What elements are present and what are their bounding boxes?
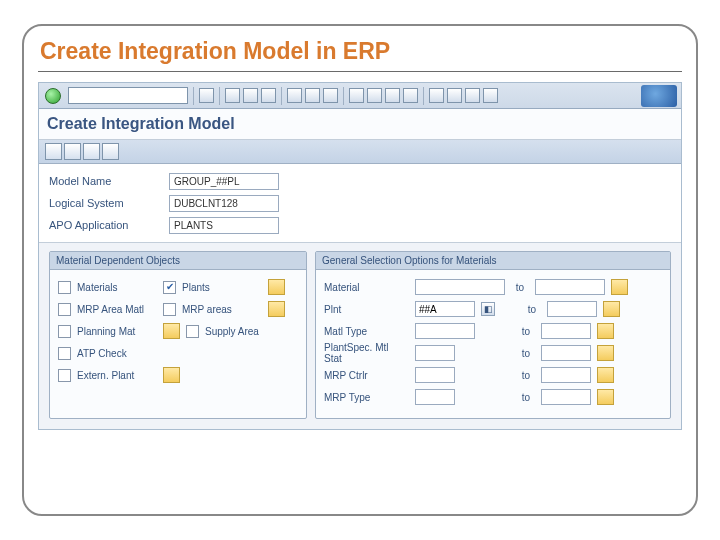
mdo-row: MRP Area Matl MRP areas	[58, 298, 298, 320]
checkbox-label: Supply Area	[205, 326, 285, 337]
input-matltype-from[interactable]	[415, 323, 475, 339]
to-label: to	[523, 304, 541, 315]
variant-get-icon[interactable]	[64, 143, 81, 160]
first-page-icon[interactable]	[349, 88, 364, 103]
header-fields: Model Name Logical System APO Applicatio…	[39, 164, 681, 243]
mdo-body: Materials Plants MRP Area Matl MRP areas	[50, 270, 306, 392]
gso-label: MRP Ctrlr	[324, 370, 409, 381]
prev-page-icon[interactable]	[367, 88, 382, 103]
slide-title: Create Integration Model in ERP	[24, 26, 696, 67]
multiple-selection-icon[interactable]	[597, 389, 614, 405]
input-mrpctrlr-from[interactable]	[415, 367, 455, 383]
input-apo-application[interactable]	[169, 217, 279, 234]
groupbox-title: Material Dependent Objects	[50, 252, 306, 270]
checkbox-extern-plant[interactable]	[58, 369, 71, 382]
multiple-selection-icon[interactable]	[597, 323, 614, 339]
checkbox-label: Planning Mat	[77, 326, 157, 337]
checkbox-planning-mat[interactable]	[58, 325, 71, 338]
title-underline	[38, 71, 682, 72]
shortcut-icon[interactable]	[447, 88, 462, 103]
toolbar-separator	[193, 87, 194, 105]
groupbox-general-selection-options: General Selection Options for Materials …	[315, 251, 671, 419]
checkbox-atp-check[interactable]	[58, 347, 71, 360]
print-icon[interactable]	[287, 88, 302, 103]
execute-icon[interactable]	[45, 143, 62, 160]
to-label: to	[517, 392, 535, 403]
layout-icon[interactable]	[483, 88, 498, 103]
header-row-apoapp: APO Application	[49, 214, 671, 236]
multiple-selection-icon[interactable]	[597, 345, 614, 361]
gso-row: Matl Type to	[324, 320, 662, 342]
label-logical-system: Logical System	[49, 197, 169, 209]
command-field[interactable]	[68, 87, 188, 104]
input-logical-system[interactable]	[169, 195, 279, 212]
to-label: to	[517, 348, 535, 359]
input-plantspec-from[interactable]	[415, 345, 455, 361]
input-mrptype-to[interactable]	[541, 389, 591, 405]
multiple-selection-icon[interactable]	[163, 367, 180, 383]
exit-icon[interactable]	[243, 88, 258, 103]
next-page-icon[interactable]	[385, 88, 400, 103]
gso-body: Material to Plnt ◧ to	[316, 270, 670, 414]
checkbox-supply-area[interactable]	[186, 325, 199, 338]
cancel-icon[interactable]	[261, 88, 276, 103]
mdo-row: ATP Check	[58, 342, 298, 364]
checkbox-label: Plants	[182, 282, 262, 293]
gso-label: Matl Type	[324, 326, 409, 337]
input-plant-to[interactable]	[547, 301, 597, 317]
last-page-icon[interactable]	[403, 88, 418, 103]
multiple-selection-icon[interactable]	[268, 301, 285, 317]
find-next-icon[interactable]	[323, 88, 338, 103]
slide-frame: Create Integration Model in ERP	[22, 24, 698, 516]
checkbox-label: Materials	[77, 282, 157, 293]
input-plant-from[interactable]	[415, 301, 475, 317]
multiple-selection-icon[interactable]	[611, 279, 628, 295]
checkbox-label: ATP Check	[77, 348, 157, 359]
multiple-selection-icon[interactable]	[268, 279, 285, 295]
groups-area: Material Dependent Objects Materials Pla…	[39, 243, 681, 429]
input-matltype-to[interactable]	[541, 323, 591, 339]
checkbox-mrp-area-matl[interactable]	[58, 303, 71, 316]
find-icon[interactable]	[305, 88, 320, 103]
gso-label: Plnt	[324, 304, 409, 315]
input-mrpctrlr-to[interactable]	[541, 367, 591, 383]
checkbox-plants[interactable]	[163, 281, 176, 294]
toolbar-separator	[343, 87, 344, 105]
input-plantspec-to[interactable]	[541, 345, 591, 361]
gso-row: PlantSpec. Mtl Stat to	[324, 342, 662, 364]
mdo-row: Extern. Plant	[58, 364, 298, 386]
save-icon[interactable]	[199, 88, 214, 103]
header-row-model: Model Name	[49, 170, 671, 192]
mdo-row: Materials Plants	[58, 276, 298, 298]
toolbar-separator	[423, 87, 424, 105]
sap-window: Create Integration Model Model Name Logi…	[38, 82, 682, 430]
gso-row: MRP Ctrlr to	[324, 364, 662, 386]
to-label: to	[517, 370, 535, 381]
help-icon[interactable]	[465, 88, 480, 103]
f4-help-icon[interactable]: ◧	[481, 302, 495, 316]
label-model-name: Model Name	[49, 175, 169, 187]
to-label: to	[511, 282, 529, 293]
multiple-selection-icon[interactable]	[163, 323, 180, 339]
back-icon[interactable]	[225, 88, 240, 103]
gso-label: MRP Type	[324, 392, 409, 403]
multiple-selection-icon[interactable]	[597, 367, 614, 383]
ok-check-icon[interactable]	[45, 88, 61, 104]
groupbox-material-dependent-objects: Material Dependent Objects Materials Pla…	[49, 251, 307, 419]
variant-save-icon[interactable]	[83, 143, 100, 160]
gso-label: Material	[324, 282, 409, 293]
toolbar-separator	[281, 87, 282, 105]
checkbox-label: Extern. Plant	[77, 370, 157, 381]
checkbox-mrp-areas[interactable]	[163, 303, 176, 316]
input-mrptype-from[interactable]	[415, 389, 455, 405]
checkbox-materials[interactable]	[58, 281, 71, 294]
input-material-from[interactable]	[415, 279, 505, 295]
create-session-icon[interactable]	[429, 88, 444, 103]
system-toolbar	[39, 83, 681, 109]
input-model-name[interactable]	[169, 173, 279, 190]
sap-logo-icon	[641, 85, 677, 107]
header-row-logsys: Logical System	[49, 192, 671, 214]
input-material-to[interactable]	[535, 279, 605, 295]
selection-options-icon[interactable]	[102, 143, 119, 160]
multiple-selection-icon[interactable]	[603, 301, 620, 317]
